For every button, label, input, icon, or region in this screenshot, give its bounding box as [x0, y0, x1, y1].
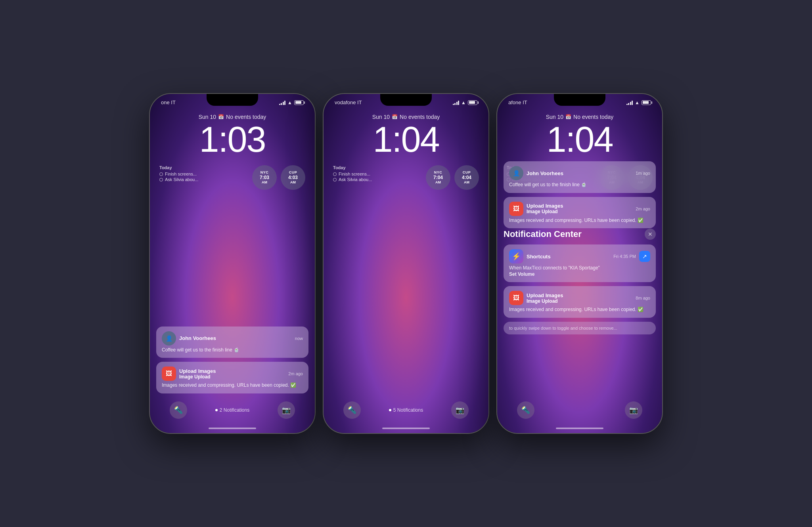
- widgets-row: Today Finish screens... Ask Silvia abou.…: [333, 165, 479, 190]
- notif-body: When MaxTicci connects to "KIA Sportage": [509, 265, 650, 271]
- nyc-clock-widget: NYC 7:04 AM: [426, 165, 450, 190]
- bottom-bar: 🔦 2 Notifications 📷: [150, 401, 315, 419]
- phone-2: vodafone IT ▲ Sun 10: [323, 93, 489, 434]
- upload-icon: 🖼: [162, 367, 176, 381]
- notif-app-row: 🖼 Upload Images Image Upload: [509, 291, 563, 305]
- notif-body: Images received and compressing. URLs ha…: [509, 307, 650, 313]
- lock-content: Sun 10 📅 No events today 1:04 Today Fini…: [324, 114, 488, 195]
- nyc-clock-widget: NYC 7:03 AM: [252, 165, 277, 190]
- phone-1: one IT ▲ Sun 10: [149, 93, 316, 434]
- bottom-bar: 🔦 5 Notifications 📷: [324, 401, 488, 419]
- carrier-label: afone IT: [508, 99, 527, 105]
- close-notification-center-button[interactable]: ✕: [645, 229, 656, 240]
- reminders-widget: Today Finish screens... Ask Silvia abou.…: [159, 165, 248, 190]
- widgets-row: Today Finish screens... Ask Silvia abou.…: [159, 165, 305, 190]
- cup-clock-widget: CUP 4:04 AM: [454, 165, 479, 190]
- clock-display: 1:04: [507, 122, 653, 157]
- notif-subtitle: Set Volume: [509, 271, 650, 278]
- john-voorhees-notification[interactable]: 👤 John Voorhees 1m ago Coffee will get u…: [504, 161, 656, 193]
- calendar-icon: 📅: [565, 114, 571, 120]
- wifi-icon: ▲: [461, 100, 466, 105]
- shortcuts-arrow-icon: ↗: [639, 251, 650, 262]
- phone3-top-notifications: 👤 John Voorhees 1m ago Coffee will get u…: [504, 161, 656, 232]
- cup-clock-widget: CUP 4:03 AM: [281, 165, 305, 190]
- reminder-circle: [333, 178, 337, 181]
- status-icons: ▲: [279, 100, 304, 105]
- shortcuts-icon: ⚡: [509, 249, 523, 264]
- carrier-label: one IT: [161, 99, 176, 105]
- calendar-icon: 📅: [392, 114, 398, 120]
- carrier-label: vodafone IT: [335, 99, 362, 105]
- notif-time: Fri 4:35 PM: [613, 254, 636, 259]
- camera-button[interactable]: 📷: [278, 401, 295, 419]
- flashlight-button[interactable]: 🔦: [170, 401, 187, 419]
- notif-body: Coffee will get us to the finish line 🍵: [162, 347, 303, 353]
- battery-icon: [294, 100, 304, 105]
- notch: [554, 94, 605, 106]
- date-line: Sun 10 📅 No events today: [159, 114, 305, 120]
- status-icons: ▲: [453, 100, 477, 105]
- calendar-icon: 📅: [218, 114, 224, 120]
- upload-notification[interactable]: 🖼 Upload Images Image Upload 2m ago Imag…: [156, 362, 308, 393]
- notif-app-row: 🖼 Upload Images Image Upload: [509, 202, 563, 216]
- phone-1-screen: one IT ▲ Sun 10: [150, 94, 315, 433]
- status-icons: ▲: [626, 100, 651, 105]
- notifications-area: 👤 John Voorhees now Coffee will get us t…: [156, 327, 308, 397]
- notif-time: 2m ago: [288, 371, 303, 376]
- notch: [207, 94, 258, 106]
- notif-app-row: ⚡ Shortcuts: [509, 249, 551, 264]
- camera-button[interactable]: 📷: [451, 401, 469, 419]
- notification-center: Notification Center ✕ ⚡ Shortcuts Fri 4: [504, 229, 656, 334]
- reminder-circle: [159, 172, 163, 176]
- notif-time: 8m ago: [636, 296, 650, 300]
- phones-container: one IT ▲ Sun 10: [149, 93, 663, 434]
- notif-time: 2m ago: [636, 206, 650, 211]
- john-voorhees-notification[interactable]: 👤 John Voorhees now Coffee will get us t…: [156, 327, 308, 358]
- upload-notification-nc[interactable]: 🖼 Upload Images Image Upload 8m ago Imag…: [504, 286, 656, 318]
- wifi-icon: ▲: [287, 100, 292, 105]
- notif-body: Images received and compressing. URLs ha…: [162, 382, 303, 389]
- notification-center-title: Notification Center: [504, 229, 582, 239]
- home-indicator: [209, 428, 256, 429]
- reminder-1: Finish screens...: [333, 172, 422, 176]
- flashlight-button[interactable]: 🔦: [343, 401, 361, 419]
- upload-icon: 🖼: [509, 202, 523, 216]
- notification-count: 5 Notifications: [389, 407, 423, 413]
- phone-3: afone IT ▲ Sun 10 📅: [496, 93, 663, 434]
- reminder-circle: [159, 178, 163, 181]
- notif-time: now: [295, 336, 303, 341]
- signal-icon: [453, 100, 460, 105]
- battery-icon: [468, 100, 477, 105]
- date-line: Sun 10 📅 No events today: [333, 114, 479, 120]
- lock-content: Sun 10 📅 No events today 1:03 Today Fini…: [150, 114, 315, 195]
- notif-sender-row: 👤 John Voorhees: [162, 331, 216, 346]
- avatar: 👤: [162, 331, 176, 346]
- clock-display: 1:04: [333, 122, 479, 157]
- signal-icon: [626, 100, 633, 105]
- notif-body: Images received and compressing. URLs ha…: [509, 218, 650, 224]
- camera-button[interactable]: 📷: [625, 401, 642, 419]
- clock-display: 1:03: [159, 122, 305, 157]
- notification-count: 2 Notifications: [215, 407, 249, 413]
- date-line: Sun 10 📅 No events today: [507, 114, 653, 120]
- home-indicator: [556, 428, 603, 429]
- upload-notification[interactable]: 🖼 Upload Images Image Upload 2m ago Imag…: [504, 197, 656, 229]
- wifi-icon: ▲: [635, 100, 640, 105]
- notif-app-row: 🖼 Upload Images Image Upload: [162, 367, 216, 381]
- upload-icon: 🖼: [509, 291, 523, 305]
- notif-dot: [389, 409, 391, 411]
- partial-notification-hint: to quickly swipe down to toggle and choo…: [504, 322, 656, 334]
- phone-3-screen: afone IT ▲ Sun 10 📅: [497, 94, 662, 433]
- notif-time: 1m ago: [636, 171, 650, 176]
- avatar: 👤: [509, 166, 523, 180]
- notif-center-header: Notification Center ✕: [504, 229, 656, 240]
- reminders-widget: Today Finish screens... Ask Silvia abou.…: [333, 165, 422, 190]
- battery-icon: [642, 100, 651, 105]
- notif-sender-row: 👤 John Voorhees: [509, 166, 563, 180]
- phone-2-screen: vodafone IT ▲ Sun 10: [324, 94, 488, 433]
- flashlight-button[interactable]: 🔦: [517, 401, 534, 419]
- reminder-2: Ask Silvia abou...: [333, 177, 422, 182]
- notif-body: Coffee will get us to the finish line 🍵: [509, 182, 650, 188]
- home-indicator: [382, 428, 430, 429]
- shortcuts-notification[interactable]: ⚡ Shortcuts Fri 4:35 PM ↗ When MaxTicci …: [504, 244, 656, 282]
